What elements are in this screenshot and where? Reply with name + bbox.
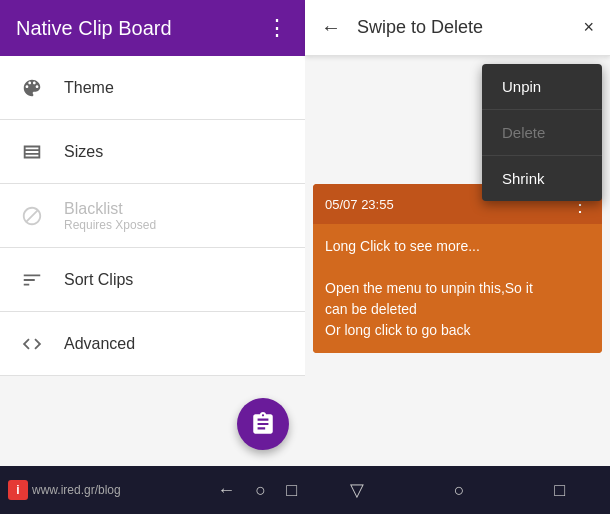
context-menu-delete: Delete (482, 110, 602, 156)
bottom-nav-right: ▽ ○ □ (305, 466, 610, 514)
clipboard-icon (250, 411, 276, 437)
theme-label: Theme (64, 79, 114, 97)
advanced-icon (16, 328, 48, 360)
right-panel: ← Swipe to Delete × Unpin Delete Shrink … (305, 0, 610, 514)
brand-icon: i (8, 480, 28, 500)
sizes-icon (16, 136, 48, 168)
left-header: Native Clip Board ⋮ (0, 0, 305, 56)
clip-timestamp: 05/07 23:55 (325, 197, 394, 212)
left-panel: Native Clip Board ⋮ Theme Sizes (0, 0, 305, 514)
menu-item-blacklist: Blacklist Requires Xposed (0, 184, 305, 248)
bottom-nav-left: i www.ired.gr/blog ← ○ □ (0, 466, 305, 514)
back-nav-icon[interactable]: ← (217, 480, 235, 501)
left-empty-area (0, 376, 305, 466)
blacklist-text-group: Blacklist Requires Xposed (64, 200, 156, 232)
nav-icons-left: ← ○ □ (217, 480, 297, 501)
recents-nav-icon[interactable]: □ (286, 480, 297, 501)
blacklist-subtitle: Requires Xposed (64, 218, 156, 232)
home-nav-icon-right[interactable]: ○ (454, 480, 465, 501)
blacklist-label: Blacklist (64, 200, 156, 218)
menu-item-sort-clips[interactable]: Sort Clips (0, 248, 305, 312)
menu-item-theme[interactable]: Theme (0, 56, 305, 120)
menu-item-sizes[interactable]: Sizes (0, 120, 305, 184)
menu-item-advanced[interactable]: Advanced (0, 312, 305, 376)
context-menu-unpin[interactable]: Unpin (482, 64, 602, 110)
sort-icon (16, 264, 48, 296)
right-panel-title: Swipe to Delete (357, 17, 567, 38)
recents-nav-icon-right[interactable]: □ (554, 480, 565, 501)
context-menu-shrink[interactable]: Shrink (482, 156, 602, 201)
context-menu: Unpin Delete Shrink (482, 64, 602, 201)
close-button[interactable]: × (583, 17, 594, 38)
brand-url: www.ired.gr/blog (32, 483, 121, 497)
header-menu-button[interactable]: ⋮ (266, 15, 289, 41)
home-nav-icon[interactable]: ○ (255, 480, 266, 501)
block-icon (16, 200, 48, 232)
advanced-label: Advanced (64, 335, 135, 353)
back-button[interactable]: ← (321, 16, 341, 39)
right-header: ← Swipe to Delete × (305, 0, 610, 56)
sort-clips-label: Sort Clips (64, 271, 133, 289)
down-nav-icon[interactable]: ▽ (350, 479, 364, 501)
menu-list: Theme Sizes Blacklist Requires Xposed (0, 56, 305, 376)
app-title: Native Clip Board (16, 17, 172, 40)
right-content: Unpin Delete Shrink 05/07 23:55 ⋮ Long C… (305, 56, 610, 466)
sizes-label: Sizes (64, 143, 103, 161)
nav-brand: i www.ired.gr/blog (8, 480, 213, 500)
clip-card-text: Long Click to see more...Open the menu t… (325, 238, 533, 338)
clip-card: 05/07 23:55 ⋮ Long Click to see more...O… (313, 184, 602, 353)
clip-card-body: Long Click to see more...Open the menu t… (313, 224, 602, 353)
fab-clipboard-button[interactable] (237, 398, 289, 450)
palette-icon (16, 72, 48, 104)
